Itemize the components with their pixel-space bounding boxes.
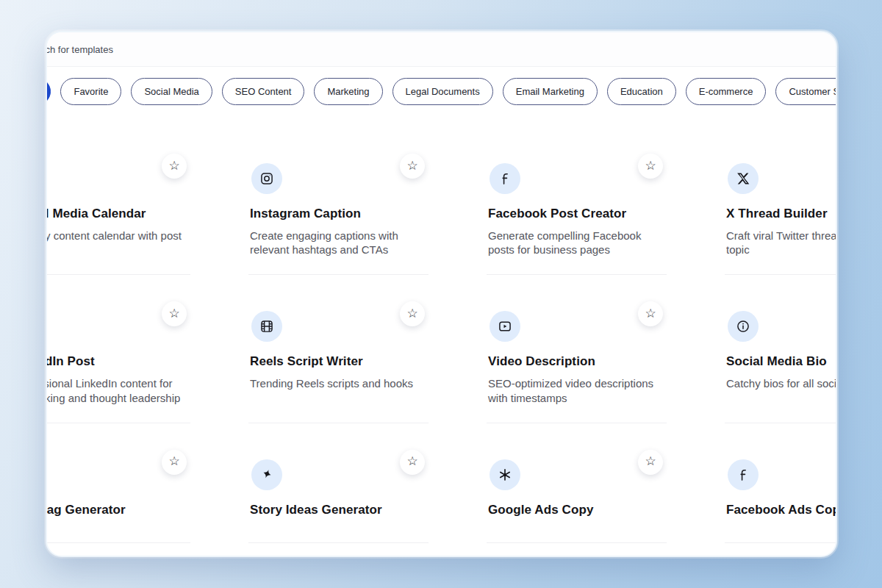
template-description: Generate compelling Facebook posts for b…	[488, 229, 659, 257]
favorite-star-button[interactable]: ☆	[400, 154, 425, 179]
template-title: Google Ads Copy	[488, 503, 667, 517]
star-icon: ☆	[645, 307, 656, 320]
asterisk-icon	[490, 459, 520, 490]
template-card-google-ads-copy[interactable]: ☆ Google Ads Copy	[487, 440, 667, 543]
favorite-star-button[interactable]: ☆	[162, 154, 187, 179]
star-icon: ☆	[168, 307, 179, 320]
category-filter-row: AllFavoriteSocial MediaSEO ContentMarket…	[46, 78, 837, 105]
template-description: Monthly content calendar with post ideas	[46, 229, 182, 257]
star-icon: ☆	[406, 455, 417, 467]
search-bar: Search for templates	[46, 32, 837, 67]
favorite-star-button[interactable]: ☆	[400, 450, 425, 475]
star-icon: ☆	[645, 159, 656, 172]
template-title: X Thread Builder	[726, 207, 837, 221]
template-description: Professional LinkedIn content for networ…	[46, 376, 182, 404]
category-chip-legal-documents[interactable]: Legal Documents	[392, 78, 493, 105]
film-icon	[251, 311, 282, 342]
template-card-reels-script-writer[interactable]: ☆ Reels Script Writer Trending Reels scr…	[248, 292, 429, 423]
category-chip-marketing[interactable]: Marketing	[314, 78, 382, 105]
template-card-instagram-caption[interactable]: ☆ Instagram Caption Create engaging capt…	[248, 144, 429, 275]
category-chip-customer-support[interactable]: Customer Support	[775, 78, 837, 105]
templates-window: Search for templates AllFavoriteSocial M…	[46, 31, 837, 557]
x-icon	[728, 163, 759, 194]
video-icon	[490, 311, 520, 342]
template-description: Trending Reels scripts and hooks	[250, 376, 420, 390]
template-description: SEO-optimized video descriptions with ti…	[488, 376, 659, 404]
star-icon: ☆	[168, 455, 179, 467]
instagram-icon	[251, 163, 282, 194]
facebook-icon	[728, 459, 759, 490]
favorite-star-button[interactable]: ☆	[638, 450, 663, 475]
template-card-story-ideas-generator[interactable]: ☆ Story Ideas Generator	[248, 440, 429, 543]
template-card-facebook-post-creator[interactable]: ☆ Facebook Post Creator Generate compell…	[487, 144, 667, 275]
template-card-facebook-ads-copy[interactable]: ☆ Facebook Ads Copy	[725, 440, 837, 543]
template-card-linkedin-post[interactable]: ☆ LinkedIn Post Professional LinkedIn co…	[46, 292, 190, 423]
template-card-video-description[interactable]: ☆ Video Description SEO-optimized video …	[487, 292, 667, 423]
category-chip-all[interactable]: All	[46, 78, 51, 105]
template-title: Instagram Caption	[250, 207, 429, 221]
window-content: Search for templates AllFavoriteSocial M…	[46, 32, 837, 543]
template-card-social-media-calendar[interactable]: ☆ Social Media Calendar Monthly content …	[46, 144, 190, 275]
template-card-x-thread-builder[interactable]: ☆ X Thread Builder Craft viral Twitter t…	[725, 144, 837, 275]
category-chip-social-media[interactable]: Social Media	[131, 78, 212, 105]
template-title: Hashtag Generator	[46, 503, 190, 517]
template-title: Social Media Bio	[726, 354, 837, 369]
template-title: Facebook Post Creator	[488, 207, 667, 221]
category-chip-favorite[interactable]: Favorite	[60, 78, 121, 105]
category-chip-e-commerce[interactable]: E-commerce	[686, 78, 767, 105]
template-grid: ☆ Social Media Calendar Monthly content …	[46, 144, 837, 543]
template-card-social-media-bio[interactable]: ☆ Social Media Bio Catchy bios for all s…	[725, 292, 837, 423]
category-chip-education[interactable]: Education	[607, 78, 676, 105]
star-icon: ☆	[645, 455, 656, 467]
star-icon: ☆	[406, 159, 417, 172]
category-chip-seo-content[interactable]: SEO Content	[222, 78, 305, 105]
template-card-hashtag-generator[interactable]: ☆ Hashtag Generator	[46, 440, 190, 543]
sparkle-icon	[251, 459, 282, 490]
template-description: Catchy bios for all social platforms	[726, 376, 837, 390]
favorite-star-button[interactable]: ☆	[638, 154, 663, 179]
template-description: Craft viral Twitter threads on any topic	[726, 229, 837, 257]
favorite-star-button[interactable]: ☆	[162, 301, 187, 326]
info-icon	[728, 311, 759, 342]
template-title: Video Description	[488, 354, 667, 369]
star-icon: ☆	[406, 307, 417, 320]
category-chip-email-marketing[interactable]: Email Marketing	[503, 78, 598, 105]
template-description: Create engaging captions with relevant h…	[250, 229, 420, 257]
favorite-star-button[interactable]: ☆	[162, 450, 187, 475]
star-icon: ☆	[168, 159, 179, 172]
favorite-star-button[interactable]: ☆	[400, 301, 425, 326]
template-title: Facebook Ads Copy	[726, 503, 837, 517]
search-input[interactable]: Search for templates	[46, 44, 113, 55]
template-title: Story Ideas Generator	[250, 503, 429, 517]
favorite-star-button[interactable]: ☆	[638, 301, 663, 326]
facebook-icon	[490, 163, 520, 194]
template-title: Reels Script Writer	[250, 354, 429, 369]
template-title: Social Media Calendar	[46, 207, 190, 221]
template-title: LinkedIn Post	[46, 354, 190, 369]
